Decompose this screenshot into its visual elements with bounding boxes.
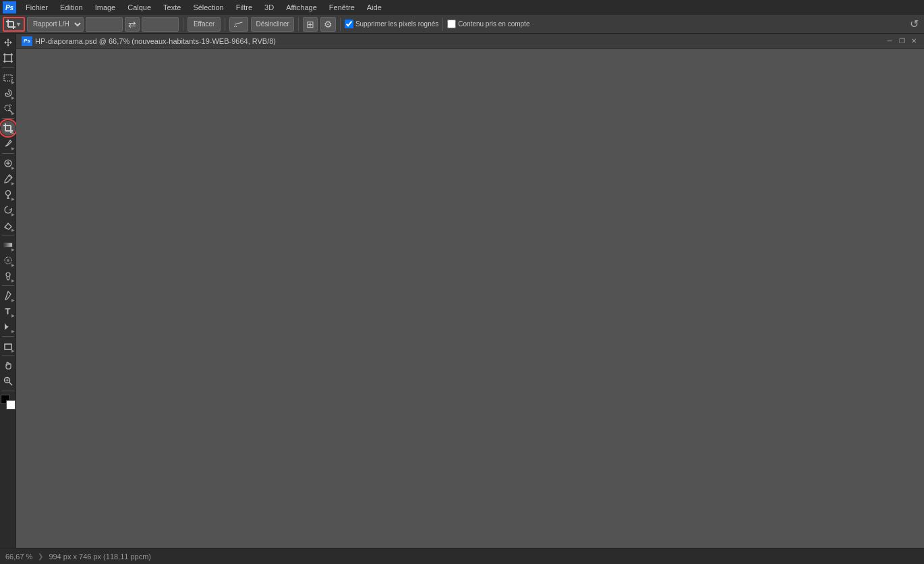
tool-divider-3 [2, 153, 14, 154]
tool-divider-5 [2, 285, 14, 286]
menu-image[interactable]: Image [90, 2, 121, 13]
artboard-icon [3, 53, 13, 63]
tool-eyedropper[interactable]: ▶ [1, 136, 16, 151]
contenu-label[interactable]: Contenu pris en compte [447, 20, 529, 28]
crop-dropdown-arrow[interactable]: ▼ [16, 21, 22, 28]
blur-arrow: ▶ [11, 262, 15, 267]
swap-dimensions-button[interactable]: ⇄ [125, 17, 140, 32]
menu-filtre[interactable]: Filtre [231, 2, 258, 13]
background-color[interactable] [6, 400, 16, 410]
main-area: ▶ ▶ ▶ ▶ [0, 34, 924, 548]
menu-selection[interactable]: Sélection [187, 2, 229, 13]
suppress-pixels-label[interactable]: Supprimer les pixels rognés [345, 20, 438, 28]
crop-tool-section: ▼ Rapport L/H ⇄ [3, 17, 179, 32]
settings-button[interactable]: ⚙ [320, 17, 336, 32]
document-dimensions: 994 px x 746 px (118,11 ppcm) [49, 553, 151, 561]
grid-button[interactable]: ⊞ [303, 17, 318, 32]
app-logo: Ps [3, 1, 16, 13]
tool-clone[interactable]: ▶ [1, 187, 16, 202]
contenu-text: Contenu pris en compte [458, 20, 529, 28]
status-arrow: ❯ [38, 553, 43, 560]
document-tab: Ps HP-diaporama.psd @ 66,7% (nouveaux-ha… [16, 34, 924, 49]
tool-dodge[interactable]: ▶ [1, 269, 16, 283]
path-arrow: ▶ [11, 329, 15, 333]
menu-bar: Ps Fichier Edition Image Calque Texte Sé… [0, 0, 924, 15]
tool-gradient[interactable]: ▶ [1, 237, 16, 252]
close-button[interactable]: ✕ [909, 36, 919, 46]
marquee-arrow: ▶ [11, 80, 15, 84]
menu-3d[interactable]: 3D [259, 2, 279, 13]
tool-marquee[interactable]: ▶ [1, 70, 16, 85]
tool-pen[interactable]: ▶ [1, 288, 16, 303]
efface-button[interactable]: Effacer [187, 17, 221, 32]
suppress-pixels-text: Supprimer les pixels rognés [355, 20, 438, 28]
tool-divider-7 [2, 356, 14, 356]
svg-rect-4 [235, 22, 243, 24]
tool-zoom[interactable] [1, 374, 16, 389]
dodge-arrow: ▶ [11, 278, 15, 283]
tool-eraser[interactable]: ▶ [1, 218, 16, 233]
redress-icon [233, 19, 244, 30]
tool-divider-2 [2, 118, 14, 119]
suppress-pixels-checkbox[interactable] [345, 20, 353, 28]
menu-fenetre[interactable]: Fenêtre [324, 2, 360, 13]
svg-point-33 [6, 273, 10, 277]
height-input[interactable] [142, 17, 179, 32]
divider-4 [340, 18, 341, 31]
redress-button[interactable] [229, 17, 248, 32]
menu-affichage[interactable]: Affichage [281, 2, 322, 13]
hand-icon [3, 361, 13, 370]
tool-move[interactable] [1, 35, 16, 50]
tool-blur[interactable]: ▶ [1, 253, 16, 268]
gradient-arrow: ▶ [11, 247, 15, 252]
tool-text[interactable]: T ▶ [1, 304, 16, 318]
text-arrow: ▶ [11, 313, 15, 318]
svg-rect-5 [5, 55, 11, 61]
crop-tool-arrow: ▶ [11, 130, 15, 135]
restore-button[interactable]: ❐ [897, 36, 906, 46]
zoom-level: 66,67 % [5, 553, 32, 561]
tool-history-brush[interactable]: ▶ [1, 202, 16, 217]
svg-point-26 [5, 191, 10, 196]
shape-arrow: ▶ [11, 348, 15, 353]
svg-line-34 [8, 291, 11, 294]
tool-hand[interactable] [1, 358, 16, 373]
tool-lasso[interactable]: ▶ [1, 86, 16, 101]
width-input[interactable] [86, 17, 123, 32]
brush-arrow: ▶ [11, 181, 15, 186]
contenu-checkbox[interactable] [447, 20, 456, 28]
tool-shape[interactable]: ▶ [1, 339, 16, 354]
reset-button[interactable]: ↺ [906, 17, 921, 32]
tool-quick-select[interactable]: ▶ [1, 101, 16, 116]
desincliner-button[interactable]: Désincliner [251, 17, 293, 32]
ratio-select[interactable]: Rapport L/H [27, 17, 84, 32]
canvas-area: Ps HP-diaporama.psd @ 66,7% (nouveaux-ha… [16, 34, 924, 548]
svg-line-29 [5, 227, 9, 229]
minimize-button[interactable]: ─ [885, 36, 894, 46]
menu-calque[interactable]: Calque [122, 2, 156, 13]
tool-path-select[interactable]: ▶ [1, 319, 16, 334]
tool-crop[interactable]: ▶ [1, 121, 16, 136]
move-icon [3, 38, 13, 47]
tool-brush[interactable]: ▶ [1, 171, 16, 186]
eyedropper-arrow: ▶ [11, 146, 15, 150]
status-bar: 66,67 % ❯ 994 px x 746 px (118,11 ppcm) [0, 548, 924, 564]
svg-point-15 [5, 105, 10, 111]
crop-tool-button[interactable]: ▼ [3, 17, 25, 32]
divider-5 [442, 18, 443, 31]
menu-fichier[interactable]: Fichier [20, 2, 53, 13]
menu-edition[interactable]: Edition [55, 2, 88, 13]
tool-divider-6 [2, 336, 14, 337]
menu-aide[interactable]: Aide [362, 2, 387, 13]
menu-texte[interactable]: Texte [158, 2, 186, 13]
tool-healing[interactable]: ▶ [1, 156, 16, 171]
divider-1 [183, 18, 183, 31]
doc-title: HP-diaporama.psd @ 66,7% (nouveaux-habit… [35, 37, 882, 45]
tool-divider-8 [2, 391, 14, 391]
doc-ps-badge: Ps [22, 36, 32, 46]
text-icon: T [5, 306, 11, 316]
zoom-icon [3, 376, 13, 386]
tool-artboard[interactable] [1, 51, 16, 65]
clone-arrow: ▶ [11, 196, 15, 201]
color-swatches[interactable] [1, 395, 16, 410]
